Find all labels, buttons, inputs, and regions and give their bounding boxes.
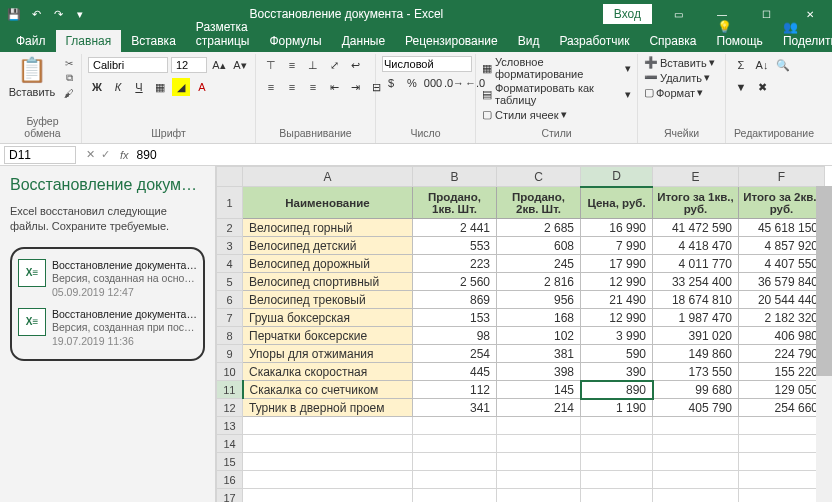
data-cell[interactable]: 553 (413, 237, 497, 255)
underline-button[interactable]: Ч (130, 78, 148, 96)
tab-developer[interactable]: Разработчик (549, 30, 639, 52)
data-cell[interactable]: 2 560 (413, 273, 497, 291)
font-name-select[interactable] (88, 57, 168, 73)
data-cell[interactable]: 36 579 840 (739, 273, 825, 291)
column-header[interactable]: D (581, 167, 653, 187)
data-cell[interactable]: 2 816 (497, 273, 581, 291)
table-header-cell[interactable]: Продано, 1кв. Шт. (413, 187, 497, 219)
empty-cell[interactable] (739, 489, 825, 503)
data-cell[interactable]: 16 990 (581, 219, 653, 237)
data-cell[interactable]: 445 (413, 363, 497, 381)
empty-cell[interactable] (653, 417, 739, 435)
insert-cells-button[interactable]: ➕ Вставить ▾ (644, 56, 715, 69)
row-header[interactable]: 9 (217, 345, 243, 363)
recovery-item[interactable]: X≡ Восстановление документа… Версия, соз… (16, 304, 199, 353)
empty-cell[interactable] (581, 453, 653, 471)
data-cell[interactable]: 608 (497, 237, 581, 255)
redo-icon[interactable]: ↷ (48, 4, 68, 24)
data-cell[interactable]: 18 674 810 (653, 291, 739, 309)
align-left-icon[interactable]: ≡ (262, 78, 280, 96)
decrease-indent-icon[interactable]: ⇤ (325, 78, 343, 96)
formula-input[interactable] (133, 148, 832, 162)
increase-decimal-icon[interactable]: .0→ (445, 74, 463, 92)
empty-cell[interactable] (413, 417, 497, 435)
copy-icon[interactable]: ⧉ (60, 71, 78, 85)
select-all-corner[interactable] (217, 167, 243, 187)
autosum-icon[interactable]: Σ (732, 56, 750, 74)
data-cell[interactable]: 173 550 (653, 363, 739, 381)
data-cell[interactable]: 112 (413, 381, 497, 399)
data-cell[interactable]: 245 (497, 255, 581, 273)
orientation-icon[interactable]: ⤢ (325, 56, 343, 74)
empty-cell[interactable] (739, 435, 825, 453)
vertical-scrollbar[interactable] (816, 186, 832, 502)
format-as-table-button[interactable]: ▤Форматировать как таблицу ▾ (482, 82, 631, 106)
empty-cell[interactable] (581, 471, 653, 489)
empty-cell[interactable] (653, 435, 739, 453)
data-cell[interactable]: 21 490 (581, 291, 653, 309)
column-header[interactable]: F (739, 167, 825, 187)
data-cell[interactable]: 1 190 (581, 399, 653, 417)
empty-cell[interactable] (653, 489, 739, 503)
row-header[interactable]: 14 (217, 435, 243, 453)
row-header[interactable]: 3 (217, 237, 243, 255)
comma-icon[interactable]: 000 (424, 74, 442, 92)
wrap-text-icon[interactable]: ↩ (346, 56, 364, 74)
data-cell[interactable]: 223 (413, 255, 497, 273)
column-header[interactable]: E (653, 167, 739, 187)
data-cell[interactable]: 153 (413, 309, 497, 327)
data-cell[interactable]: Скакалка со счетчиком (243, 381, 413, 399)
name-box[interactable] (4, 146, 76, 164)
data-cell[interactable]: 20 544 440 (739, 291, 825, 309)
data-cell[interactable]: 12 990 (581, 309, 653, 327)
empty-cell[interactable] (739, 453, 825, 471)
font-size-select[interactable] (171, 57, 207, 73)
tab-share[interactable]: 👥 Поделиться (773, 16, 832, 52)
data-cell[interactable]: 41 472 590 (653, 219, 739, 237)
signin-button[interactable]: Вход (603, 4, 652, 24)
tab-layout[interactable]: Разметка страницы (186, 16, 260, 52)
data-cell[interactable]: 149 860 (653, 345, 739, 363)
data-cell[interactable]: 890 (581, 381, 653, 399)
tab-view[interactable]: Вид (508, 30, 550, 52)
row-header[interactable]: 10 (217, 363, 243, 381)
row-header[interactable]: 5 (217, 273, 243, 291)
italic-button[interactable]: К (109, 78, 127, 96)
row-header[interactable]: 7 (217, 309, 243, 327)
row-header[interactable]: 11 (217, 381, 243, 399)
data-cell[interactable]: 145 (497, 381, 581, 399)
data-cell[interactable]: 398 (497, 363, 581, 381)
recovery-item[interactable]: X≡ Восстановление документа… Версия, соз… (16, 255, 199, 304)
row-header[interactable]: 6 (217, 291, 243, 309)
align-center-icon[interactable]: ≡ (283, 78, 301, 96)
bold-button[interactable]: Ж (88, 78, 106, 96)
tab-data[interactable]: Данные (332, 30, 395, 52)
data-cell[interactable]: Велосипед трековый (243, 291, 413, 309)
data-cell[interactable]: 390 (581, 363, 653, 381)
tab-file[interactable]: Файл (6, 30, 56, 52)
fill-color-button[interactable]: ◢ (172, 78, 190, 96)
worksheet-grid[interactable]: ABCDEF1НаименованиеПродано, 1кв. Шт.Прод… (216, 166, 832, 502)
delete-cells-button[interactable]: ➖ Удалить ▾ (644, 71, 715, 84)
increase-font-icon[interactable]: A▴ (210, 56, 228, 74)
format-cells-button[interactable]: ▢ Формат ▾ (644, 86, 715, 99)
empty-cell[interactable] (497, 453, 581, 471)
qat-dropdown-icon[interactable]: ▾ (70, 4, 90, 24)
empty-cell[interactable] (497, 471, 581, 489)
table-header-cell[interactable]: Наименование (243, 187, 413, 219)
row-header[interactable]: 1 (217, 187, 243, 219)
table-header-cell[interactable]: Продано, 2кв. Шт. (497, 187, 581, 219)
table-header-cell[interactable]: Итого за 1кв., руб. (653, 187, 739, 219)
data-cell[interactable]: 45 618 150 (739, 219, 825, 237)
cell-styles-button[interactable]: ▢Стили ячеек ▾ (482, 108, 631, 121)
tab-tellme[interactable]: 💡 Помощь (707, 16, 773, 52)
scrollbar-thumb[interactable] (816, 186, 832, 376)
empty-cell[interactable] (413, 471, 497, 489)
data-cell[interactable]: 7 990 (581, 237, 653, 255)
data-cell[interactable]: 102 (497, 327, 581, 345)
empty-cell[interactable] (653, 453, 739, 471)
align-bottom-icon[interactable]: ⊥ (304, 56, 322, 74)
row-header[interactable]: 8 (217, 327, 243, 345)
data-cell[interactable]: 155 220 (739, 363, 825, 381)
find-icon[interactable]: 🔍 (774, 56, 792, 74)
